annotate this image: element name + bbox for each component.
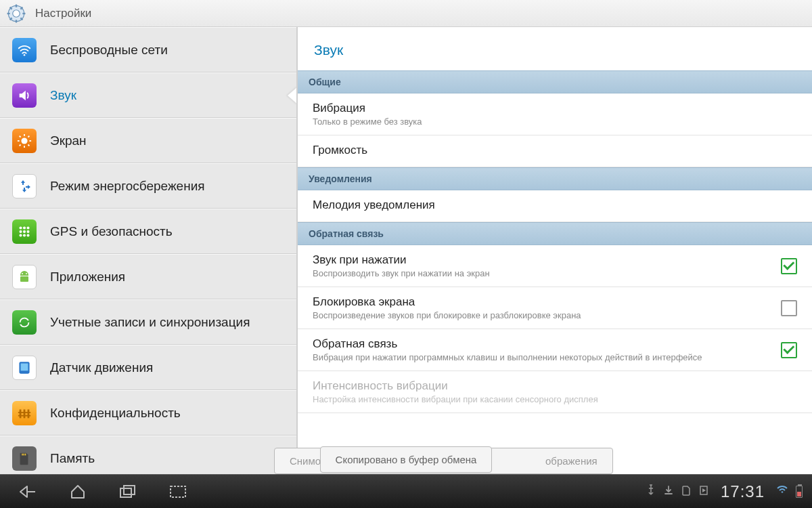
row-touch-sounds[interactable]: Звук при нажатии Воспроизводить звук при… [298, 245, 812, 287]
sidebar-item-sound[interactable]: Звук [0, 72, 296, 118]
sidebar-item-display[interactable]: Экран [0, 118, 296, 163]
settings-gear-icon [7, 4, 26, 23]
settings-sidebar: Беспроводные сети Звук Экран Режим энерг… [0, 27, 298, 474]
section-header-feedback: Обратная связь [298, 222, 812, 245]
sidebar-item-label: Учетные записи и синхронизация [50, 315, 250, 330]
sd-card-status-icon [681, 485, 691, 498]
svg-rect-34 [20, 409, 22, 418]
svg-point-30 [22, 273, 23, 274]
row-title: Блокировка экрана [313, 295, 767, 309]
speaker-icon [12, 83, 37, 108]
svg-rect-29 [20, 276, 28, 282]
row-title: Вибрация [313, 102, 797, 115]
wifi-status-icon [777, 486, 788, 497]
svg-point-21 [23, 226, 26, 229]
row-notification-ringtone[interactable]: Мелодия уведомления [298, 190, 812, 222]
sidebar-item-privacy[interactable]: Конфиденциальность [0, 390, 296, 436]
checkbox-screen-lock-sounds[interactable] [781, 300, 797, 316]
sidebar-item-label: Датчик движения [50, 360, 153, 375]
svg-rect-35 [24, 409, 26, 418]
svg-rect-33 [21, 363, 28, 371]
svg-point-31 [26, 273, 27, 274]
sidebar-item-label: Беспроводные сети [50, 43, 168, 58]
checkbox-haptic-feedback[interactable] [781, 342, 797, 358]
svg-point-22 [26, 226, 29, 229]
sidebar-item-gps-security[interactable]: GPS и безопасность [0, 209, 296, 254]
nav-home-button[interactable] [53, 475, 103, 509]
svg-point-11 [21, 137, 27, 144]
svg-rect-40 [24, 453, 24, 455]
svg-rect-38 [18, 415, 30, 416]
sidebar-item-label: Память [50, 451, 95, 466]
section-header-general: Общие [298, 70, 812, 93]
page-title: Звук [298, 27, 812, 70]
sync-icon [12, 310, 37, 335]
wifi-icon [12, 38, 37, 62]
sidebar-item-accounts-sync[interactable]: Учетные записи и синхронизация [0, 299, 296, 345]
download-icon [664, 485, 673, 498]
row-title: Мелодия уведомления [313, 198, 797, 212]
brightness-icon [12, 129, 37, 153]
fence-icon [12, 401, 37, 425]
svg-rect-41 [25, 453, 26, 455]
system-navbar: 17:31 [0, 474, 812, 508]
svg-point-23 [19, 230, 22, 232]
svg-line-18 [20, 144, 21, 146]
sidebar-item-label: Конфиденциальность [50, 406, 181, 421]
sidebar-item-wireless[interactable]: Беспроводные сети [0, 27, 296, 72]
media-status-icon [699, 485, 708, 498]
sidebar-item-label: Режим энергосбережения [50, 179, 205, 194]
svg-point-24 [23, 230, 26, 232]
app-header: Настройки [0, 0, 812, 27]
svg-line-19 [28, 135, 30, 137]
row-screen-lock-sounds[interactable]: Блокировка экрана Воспроизведение звуков… [298, 287, 812, 329]
row-vibration-intensity[interactable]: Интенсивность вибрации Настройка интенси… [298, 371, 812, 413]
svg-line-16 [20, 135, 21, 137]
row-subtitle: Воспроизведение звуков при блокировке и … [313, 310, 767, 320]
row-vibration[interactable]: Вибрация Только в режиме без звука [298, 93, 812, 135]
sidebar-item-memory[interactable]: Память [0, 436, 296, 474]
row-title: Громкость [313, 144, 797, 157]
row-subtitle: Воспроизводить звук при нажатии на экран [313, 268, 767, 278]
section-header-notifications: Уведомления [298, 167, 812, 190]
row-volume[interactable]: Громкость [298, 135, 812, 167]
usb-icon [646, 484, 656, 499]
svg-rect-44 [124, 486, 135, 494]
svg-point-26 [19, 234, 22, 236]
nav-recent-button[interactable] [103, 475, 153, 509]
status-tray[interactable]: 17:31 [646, 482, 809, 501]
svg-point-1 [13, 9, 20, 17]
svg-rect-45 [171, 486, 185, 497]
row-title: Интенсивность вибрации [313, 379, 797, 393]
recycle-icon [12, 174, 37, 198]
row-haptic-feedback[interactable]: Обратная связь Вибрация при нажатии прог… [298, 329, 812, 371]
sidebar-item-power-saving[interactable]: Режим энергосбережения [0, 163, 296, 209]
row-title: Звук при нажатии [313, 253, 767, 267]
sidebar-item-label: Экран [50, 133, 87, 148]
sidebar-item-motion[interactable]: Датчик движения [0, 345, 296, 390]
content-pane: Звук Общие Вибрация Только в режиме без … [298, 27, 812, 474]
nav-screenshot-button[interactable] [153, 475, 203, 509]
app-title: Настройки [35, 7, 91, 20]
motion-icon [12, 356, 37, 380]
svg-point-10 [24, 54, 26, 56]
row-title: Обратная связь [313, 337, 767, 351]
grid-icon [12, 219, 37, 244]
row-subtitle: Настройка интенсивности вибрации при кас… [313, 394, 797, 404]
sd-card-icon [12, 446, 37, 471]
svg-rect-39 [22, 453, 22, 455]
clock: 17:31 [721, 482, 765, 501]
svg-line-17 [28, 144, 30, 146]
sidebar-item-label: Приложения [50, 270, 125, 284]
svg-rect-43 [120, 488, 131, 497]
row-subtitle: Вибрация при нажатии программных клавиш … [313, 352, 767, 362]
sidebar-item-apps[interactable]: Приложения [0, 254, 296, 299]
row-subtitle: Только в режиме без звука [313, 117, 797, 127]
android-icon [12, 265, 37, 289]
svg-point-25 [26, 230, 29, 232]
sidebar-item-label: GPS и безопасность [50, 224, 173, 239]
svg-point-28 [26, 234, 29, 236]
nav-back-button[interactable] [3, 475, 53, 509]
checkbox-touch-sounds[interactable] [781, 258, 797, 274]
svg-point-27 [23, 234, 26, 236]
